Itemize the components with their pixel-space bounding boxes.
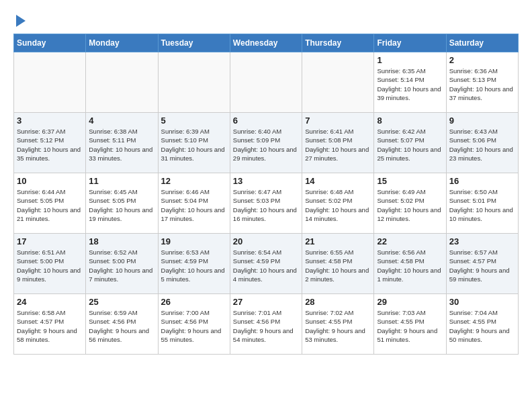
calendar-cell — [230, 52, 302, 113]
day-info: Sunrise: 6:42 AMSunset: 5:07 PMDaylight:… — [377, 127, 443, 163]
calendar-week-1: 1Sunrise: 6:35 AMSunset: 5:14 PMDaylight… — [14, 52, 519, 113]
day-number: 3 — [17, 116, 83, 126]
calendar-cell: 1Sunrise: 6:35 AMSunset: 5:14 PMDaylight… — [374, 52, 446, 113]
calendar-cell: 2Sunrise: 6:36 AMSunset: 5:13 PMDaylight… — [446, 52, 518, 113]
day-info: Sunrise: 6:58 AMSunset: 4:57 PMDaylight:… — [17, 308, 83, 344]
calendar-cell: 8Sunrise: 6:42 AMSunset: 5:07 PMDaylight… — [374, 113, 446, 173]
day-info: Sunrise: 7:01 AMSunset: 4:56 PMDaylight:… — [233, 308, 299, 344]
header-thursday: Thursday — [302, 34, 374, 52]
calendar-cell: 11Sunrise: 6:45 AMSunset: 5:05 PMDayligh… — [86, 173, 158, 234]
day-info: Sunrise: 6:56 AMSunset: 4:58 PMDaylight:… — [377, 248, 443, 283]
day-info: Sunrise: 6:45 AMSunset: 5:05 PMDaylight:… — [89, 187, 154, 223]
day-number: 12 — [161, 176, 227, 186]
calendar-cell: 23Sunrise: 6:57 AMSunset: 4:57 PMDayligh… — [446, 234, 518, 294]
calendar-cell: 17Sunrise: 6:51 AMSunset: 5:00 PMDayligh… — [14, 234, 86, 294]
day-number: 7 — [305, 116, 371, 126]
day-info: Sunrise: 7:04 AMSunset: 4:55 PMDaylight:… — [449, 308, 515, 344]
day-info: Sunrise: 6:40 AMSunset: 5:09 PMDaylight:… — [233, 127, 299, 163]
header-tuesday: Tuesday — [158, 34, 230, 52]
calendar-cell: 18Sunrise: 6:52 AMSunset: 5:00 PMDayligh… — [86, 234, 158, 294]
day-number: 25 — [89, 297, 154, 307]
day-info: Sunrise: 6:49 AMSunset: 5:02 PMDaylight:… — [377, 187, 443, 223]
calendar-cell: 24Sunrise: 6:58 AMSunset: 4:57 PMDayligh… — [14, 294, 86, 355]
day-number: 13 — [233, 176, 299, 186]
day-info: Sunrise: 6:51 AMSunset: 5:00 PMDaylight:… — [17, 248, 83, 283]
header-sunday: Sunday — [14, 34, 86, 52]
day-info: Sunrise: 6:36 AMSunset: 5:13 PMDaylight:… — [449, 66, 515, 102]
day-info: Sunrise: 6:44 AMSunset: 5:05 PMDaylight:… — [17, 187, 83, 223]
day-number: 27 — [233, 297, 299, 307]
day-info: Sunrise: 6:38 AMSunset: 5:11 PMDaylight:… — [89, 127, 154, 163]
calendar-cell: 25Sunrise: 6:59 AMSunset: 4:56 PMDayligh… — [86, 294, 158, 355]
logo — [13, 13, 26, 27]
day-number: 17 — [17, 236, 83, 246]
logo-arrow-icon — [16, 15, 26, 27]
day-number: 24 — [17, 297, 83, 307]
day-number: 4 — [89, 116, 154, 126]
day-info: Sunrise: 6:50 AMSunset: 5:01 PMDaylight:… — [449, 187, 515, 223]
day-info: Sunrise: 6:55 AMSunset: 4:58 PMDaylight:… — [305, 248, 371, 283]
calendar-cell: 5Sunrise: 6:39 AMSunset: 5:10 PMDaylight… — [158, 113, 230, 173]
day-info: Sunrise: 6:48 AMSunset: 5:02 PMDaylight:… — [305, 187, 371, 223]
day-number: 8 — [377, 116, 443, 126]
calendar-cell — [302, 52, 374, 113]
calendar-cell — [86, 52, 158, 113]
calendar-cell — [14, 52, 86, 113]
header-monday: Monday — [86, 34, 158, 52]
calendar-cell: 3Sunrise: 6:37 AMSunset: 5:12 PMDaylight… — [14, 113, 86, 173]
calendar-cell: 26Sunrise: 7:00 AMSunset: 4:56 PMDayligh… — [158, 294, 230, 355]
day-number: 22 — [377, 236, 443, 246]
calendar-cell: 12Sunrise: 6:46 AMSunset: 5:04 PMDayligh… — [158, 173, 230, 234]
header-wednesday: Wednesday — [230, 34, 302, 52]
calendar-cell: 6Sunrise: 6:40 AMSunset: 5:09 PMDaylight… — [230, 113, 302, 173]
day-number: 30 — [449, 297, 515, 307]
calendar-cell: 10Sunrise: 6:44 AMSunset: 5:05 PMDayligh… — [14, 173, 86, 234]
calendar-cell: 9Sunrise: 6:43 AMSunset: 5:06 PMDaylight… — [446, 113, 518, 173]
day-info: Sunrise: 6:57 AMSunset: 4:57 PMDaylight:… — [449, 248, 515, 283]
day-number: 28 — [305, 297, 371, 307]
day-number: 6 — [233, 116, 299, 126]
day-number: 29 — [377, 297, 443, 307]
calendar-cell: 14Sunrise: 6:48 AMSunset: 5:02 PMDayligh… — [302, 173, 374, 234]
day-info: Sunrise: 7:02 AMSunset: 4:55 PMDaylight:… — [305, 308, 371, 344]
calendar-cell — [158, 52, 230, 113]
day-number: 11 — [89, 176, 154, 186]
day-number: 23 — [449, 236, 515, 246]
day-info: Sunrise: 6:59 AMSunset: 4:56 PMDaylight:… — [89, 308, 154, 344]
day-info: Sunrise: 6:35 AMSunset: 5:14 PMDaylight:… — [377, 66, 443, 102]
day-number: 5 — [161, 116, 227, 126]
day-info: Sunrise: 6:37 AMSunset: 5:12 PMDaylight:… — [17, 127, 83, 163]
day-number: 20 — [233, 236, 299, 246]
calendar-cell: 21Sunrise: 6:55 AMSunset: 4:58 PMDayligh… — [302, 234, 374, 294]
calendar-header-row: SundayMondayTuesdayWednesdayThursdayFrid… — [14, 34, 519, 52]
calendar-cell: 13Sunrise: 6:47 AMSunset: 5:03 PMDayligh… — [230, 173, 302, 234]
header-friday: Friday — [374, 34, 446, 52]
calendar-table: SundayMondayTuesdayWednesdayThursdayFrid… — [13, 34, 519, 355]
calendar-cell: 19Sunrise: 6:53 AMSunset: 4:59 PMDayligh… — [158, 234, 230, 294]
calendar-week-5: 24Sunrise: 6:58 AMSunset: 4:57 PMDayligh… — [14, 294, 519, 355]
day-info: Sunrise: 6:54 AMSunset: 4:59 PMDaylight:… — [233, 248, 299, 283]
day-info: Sunrise: 6:52 AMSunset: 5:00 PMDaylight:… — [89, 248, 154, 283]
day-info: Sunrise: 7:03 AMSunset: 4:55 PMDaylight:… — [377, 308, 443, 344]
day-number: 16 — [449, 176, 515, 186]
calendar-cell: 27Sunrise: 7:01 AMSunset: 4:56 PMDayligh… — [230, 294, 302, 355]
calendar-cell: 29Sunrise: 7:03 AMSunset: 4:55 PMDayligh… — [374, 294, 446, 355]
day-number: 21 — [305, 236, 371, 246]
calendar-cell: 4Sunrise: 6:38 AMSunset: 5:11 PMDaylight… — [86, 113, 158, 173]
calendar-week-2: 3Sunrise: 6:37 AMSunset: 5:12 PMDaylight… — [14, 113, 519, 173]
calendar-cell: 30Sunrise: 7:04 AMSunset: 4:55 PMDayligh… — [446, 294, 518, 355]
day-info: Sunrise: 6:39 AMSunset: 5:10 PMDaylight:… — [161, 127, 227, 163]
day-number: 9 — [449, 116, 515, 126]
calendar-cell: 20Sunrise: 6:54 AMSunset: 4:59 PMDayligh… — [230, 234, 302, 294]
calendar-cell: 15Sunrise: 6:49 AMSunset: 5:02 PMDayligh… — [374, 173, 446, 234]
day-number: 14 — [305, 176, 371, 186]
day-info: Sunrise: 6:46 AMSunset: 5:04 PMDaylight:… — [161, 187, 227, 223]
day-number: 10 — [17, 176, 83, 186]
day-info: Sunrise: 6:41 AMSunset: 5:08 PMDaylight:… — [305, 127, 371, 163]
calendar-cell: 16Sunrise: 6:50 AMSunset: 5:01 PMDayligh… — [446, 173, 518, 234]
calendar-cell: 7Sunrise: 6:41 AMSunset: 5:08 PMDaylight… — [302, 113, 374, 173]
calendar-week-3: 10Sunrise: 6:44 AMSunset: 5:05 PMDayligh… — [14, 173, 519, 234]
day-number: 19 — [161, 236, 227, 246]
day-number: 26 — [161, 297, 227, 307]
calendar-cell: 28Sunrise: 7:02 AMSunset: 4:55 PMDayligh… — [302, 294, 374, 355]
